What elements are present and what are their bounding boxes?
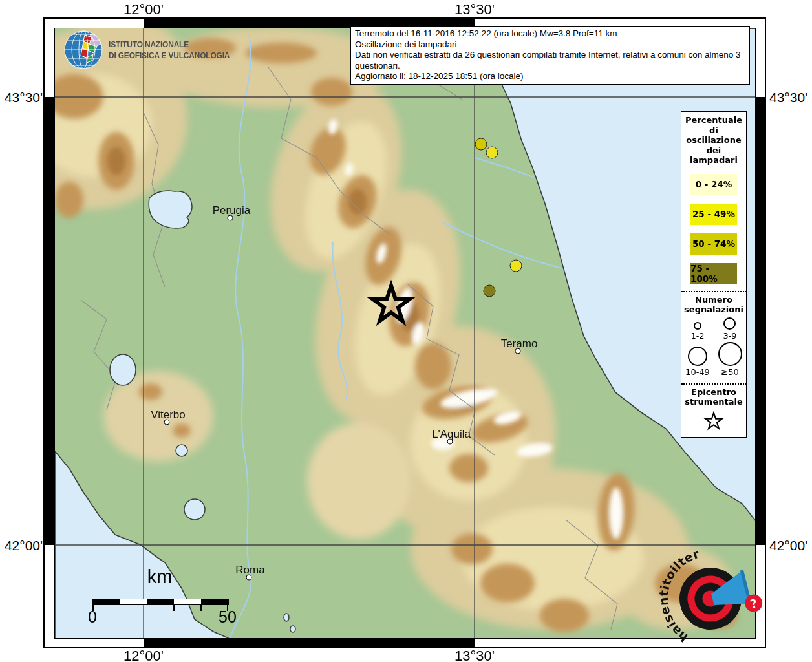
ingv-globe-icon	[63, 30, 103, 70]
terrain-map	[55, 28, 756, 639]
scalebar-seg	[120, 599, 147, 604]
scalebar-seg	[147, 599, 175, 604]
scalebar	[92, 599, 229, 605]
legend-class-swatch: 50 - 74%	[690, 233, 737, 255]
scalebar-unit-label: km	[124, 566, 195, 588]
count-label: 1-2	[690, 331, 704, 341]
legend-percent-classes: 0 - 24%25 - 49%50 - 74%75 - 100%	[681, 174, 746, 284]
map-canvas	[55, 28, 756, 639]
scalebar-end-label: 50	[208, 608, 247, 626]
frame-band-right	[756, 97, 765, 545]
legend-epicenter-title-line: strumentale	[681, 397, 746, 407]
count-circle-icon	[723, 317, 736, 330]
city-marker-icon	[447, 439, 453, 445]
scalebar-tick	[173, 605, 175, 611]
lon-label-top-right: 13°30'	[429, 1, 520, 18]
info-line-1: Terremoto del 16-11-2016 12:52:22 (ora l…	[355, 28, 745, 39]
legend-counts-title-line: segnalazioni	[681, 304, 746, 315]
legend-percent-title-line: di	[681, 125, 746, 136]
scalebar-seg	[93, 599, 120, 604]
legend-epicenter-title-line: Epicentro	[681, 387, 746, 398]
lat-label-left-bottom: 42°00'	[0, 538, 43, 553]
legend-epicenter-star-icon	[703, 411, 725, 432]
scalebar-seg	[174, 599, 201, 604]
scalebar-tick	[200, 605, 202, 611]
legend-percent-title-line: dei	[681, 145, 746, 156]
scalebar-tick	[120, 605, 121, 611]
count-label: ≥50	[721, 367, 738, 377]
ingv-name-line2: DI GEOFISICA E VULCANOLOGIA	[109, 50, 230, 61]
city-marker-icon	[515, 348, 521, 354]
count-label: 10-49	[685, 367, 710, 377]
legend-separator	[681, 291, 746, 292]
legend-count-class: 3-9	[723, 317, 736, 341]
city-marker-icon	[164, 420, 170, 425]
frame-band-left	[45, 97, 55, 545]
lon-label-top-left: 12°00'	[98, 1, 189, 18]
legend-count-class: ≥50	[718, 342, 742, 377]
legend-count-classes: 1-23-910-49≥50	[681, 317, 746, 377]
legend-percent-title-line: Percentuale	[681, 115, 746, 125]
observation-dot	[475, 138, 487, 151]
legend-class-swatch: 25 - 49%	[690, 204, 737, 225]
legend-class-swatch: 75 - 100%	[690, 263, 737, 284]
scalebar-tick	[147, 605, 148, 611]
legend-percent-title: Percentualedioscillazionedeilampadari	[681, 115, 746, 166]
info-line-4: Aggiornato il: 18-12-2025 18:51 (ora loc…	[355, 71, 745, 82]
info-line-3: Dati non verificati estratti da 26 quest…	[355, 50, 745, 71]
observation-dot	[486, 147, 498, 159]
lat-label-left-top: 43°30'	[0, 90, 43, 105]
count-circle-icon	[688, 347, 707, 366]
ingv-name-line1: ISTITUTO NAZIONALE	[109, 39, 230, 50]
legend-epicenter-title: Epicentrostrumentale	[681, 387, 746, 407]
legend-panel: Percentualedioscillazionedeilampadari 0 …	[681, 111, 747, 438]
legend-separator2	[681, 383, 746, 385]
scalebar-seg	[201, 599, 228, 604]
lon-label-bottom-right: 13°30'	[429, 648, 520, 662]
lat-label-right-top: 43°30'	[769, 90, 812, 105]
count-label: 3-9	[723, 331, 736, 341]
observation-dot	[484, 285, 496, 297]
info-line-2: Oscillazione dei lampadari	[355, 39, 745, 50]
observation-dot	[510, 260, 522, 272]
earthquake-info-box: Terremoto del 16-11-2016 12:52:22 (ora l…	[350, 26, 750, 85]
lon-label-bottom-left: 12°00'	[98, 648, 189, 662]
legend-counts-title: Numerosegnalazioni	[681, 295, 746, 315]
count-circle-icon	[718, 342, 742, 366]
frame-band-bottom	[144, 639, 475, 648]
legend-percent-title-line: lampadari	[681, 155, 746, 166]
count-circle-icon	[694, 322, 701, 330]
legend-count-class: 10-49	[685, 347, 710, 377]
lat-label-right-bottom: 42°00'	[769, 538, 812, 553]
macroseismic-map-page: { "info_box": { "lines": [ "Terremoto de…	[0, 0, 812, 662]
legend-percent-title-line: oscillazione	[681, 135, 746, 145]
ingv-logo-block: ISTITUTO NAZIONALE DI GEOFISICA E VULCAN…	[63, 30, 240, 70]
legend-count-class: 1-2	[690, 322, 704, 341]
scalebar-start-label: 0	[73, 608, 112, 626]
city-marker-icon	[228, 215, 233, 221]
city-marker-icon	[246, 575, 252, 581]
legend-class-swatch: 0 - 24%	[690, 174, 737, 195]
legend-counts-title-line: Numero	[681, 295, 746, 305]
